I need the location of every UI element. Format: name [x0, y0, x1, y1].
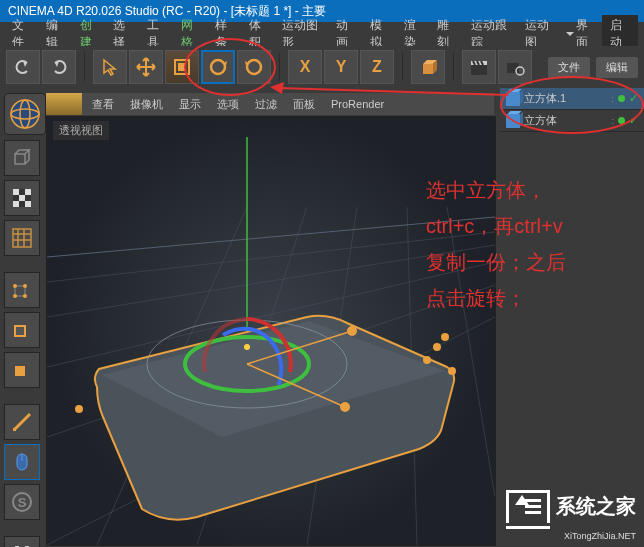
vp-tab-filter[interactable]: 过滤: [247, 97, 285, 112]
axis-z-button[interactable]: Z: [360, 50, 394, 84]
left-toolbar-nav: [4, 93, 44, 137]
poly-mode-button[interactable]: [4, 352, 40, 388]
clapper-gear-icon: [505, 57, 525, 77]
axis-y-icon: Y: [336, 58, 347, 76]
clapper-icon: [469, 57, 489, 77]
undo-icon: [13, 57, 33, 77]
grid-icon: [10, 226, 34, 250]
svg-rect-13: [25, 189, 31, 195]
toolbar-divider: [453, 53, 454, 81]
axis-mode-button[interactable]: [4, 404, 40, 440]
viewport-icon-gold[interactable]: [46, 93, 82, 115]
svg-point-18: [13, 284, 17, 288]
svg-rect-12: [13, 189, 19, 195]
model-mode-button[interactable]: [4, 140, 40, 176]
vp-tab-view[interactable]: 查看: [84, 97, 122, 112]
redo-button[interactable]: [42, 50, 76, 84]
cube-wire-icon: [10, 146, 34, 170]
render-clapper-button[interactable]: [462, 50, 496, 84]
svg-line-29: [47, 232, 495, 282]
hierarchy-item-cube[interactable]: 立方体 : ✓: [500, 110, 644, 132]
cube-icon: [506, 92, 520, 106]
axis-y-button[interactable]: Y: [324, 50, 358, 84]
point-mode-button[interactable]: [4, 272, 40, 308]
svg-point-2: [211, 60, 225, 74]
svg-point-47: [340, 402, 350, 412]
undo-button[interactable]: [6, 50, 40, 84]
cursor-mode-button[interactable]: [4, 444, 40, 480]
svg-text:S: S: [18, 495, 27, 510]
move-tool-button[interactable]: [129, 50, 163, 84]
main-toolbar: X Y Z 文件 编辑: [0, 46, 644, 88]
vp-tab-display[interactable]: 显示: [171, 97, 209, 112]
svg-rect-17: [13, 229, 31, 247]
svg-point-46: [347, 326, 357, 336]
vp-tab-options[interactable]: 选项: [209, 97, 247, 112]
visibility-dot-icon[interactable]: [618, 117, 625, 124]
hierarchy-item-label: 立方体: [524, 113, 557, 128]
svg-point-20: [13, 294, 17, 298]
svg-point-3: [247, 60, 261, 74]
enable-check-icon[interactable]: ✓: [629, 114, 638, 127]
toolbar-divider: [84, 53, 85, 81]
snap-mode-button[interactable]: S: [4, 484, 40, 520]
svg-point-43: [244, 344, 250, 350]
poly-mode-icon: [10, 358, 34, 382]
vp-tab-prorender[interactable]: ProRender: [323, 98, 392, 110]
axis-x-button[interactable]: X: [288, 50, 322, 84]
visibility-dot-icon[interactable]: [618, 95, 625, 102]
svg-line-39: [47, 217, 495, 257]
cursor-tool-button[interactable]: [93, 50, 127, 84]
snap-s-icon: S: [10, 490, 34, 514]
svg-rect-4: [471, 65, 487, 75]
svg-line-38: [447, 207, 495, 497]
hierarchy-item-cube-1[interactable]: 立方体.1 : ✓: [500, 88, 644, 110]
cube-icon: [506, 114, 520, 128]
toolbar-divider: [402, 53, 403, 81]
toolbar-divider: [279, 53, 280, 81]
magnet-button[interactable]: [4, 536, 40, 547]
svg-point-52: [441, 333, 449, 341]
rotate-alt-icon: [243, 56, 265, 78]
dots-icon: :: [611, 116, 614, 126]
svg-point-21: [23, 294, 27, 298]
axis-z-icon: Z: [372, 58, 382, 76]
enable-check-icon[interactable]: ✓: [629, 92, 638, 105]
svg-rect-15: [13, 201, 19, 207]
edit-pill[interactable]: 编辑: [596, 57, 638, 78]
viewport-scene: [47, 117, 495, 545]
vp-tab-camera[interactable]: 摄像机: [122, 97, 171, 112]
menubar: 文件 编辑 创建 选择 工具 网格 样条 体积 运动图形 动画 模拟 渲染 雕刻…: [0, 22, 644, 46]
file-pill[interactable]: 文件: [548, 57, 590, 78]
svg-point-48: [75, 405, 83, 413]
mouse-icon: [10, 450, 34, 474]
redo-icon: [49, 57, 69, 77]
magnet-icon: [10, 542, 34, 547]
globe-button[interactable]: [4, 93, 46, 135]
point-mode-icon: [10, 278, 34, 302]
svg-point-51: [433, 343, 441, 351]
svg-point-19: [23, 284, 27, 288]
rotate-tool-button[interactable]: [201, 50, 235, 84]
render-settings-button[interactable]: [498, 50, 532, 84]
object-hierarchy-panel: 立方体.1 : ✓ 立方体 : ✓: [500, 88, 644, 544]
svg-point-50: [423, 356, 431, 364]
last-tool-button[interactable]: [237, 50, 271, 84]
viewport-header: 查看 摄像机 显示 选项 过滤 面板 ProRender: [46, 93, 494, 115]
vp-tab-panel[interactable]: 面板: [285, 97, 323, 112]
axis-x-icon: X: [300, 58, 311, 76]
svg-rect-1: [178, 63, 186, 71]
right-pill-bar: 文件 编辑: [548, 57, 638, 78]
hierarchy-item-label: 立方体.1: [524, 91, 566, 106]
texture-mode-button[interactable]: [4, 180, 40, 216]
edge-mode-button[interactable]: [4, 312, 40, 348]
left-toolbar-tools: S: [4, 140, 44, 547]
svg-rect-14: [19, 195, 25, 201]
viewport-3d[interactable]: 透视视图: [46, 116, 496, 546]
cube-primitive-button[interactable]: [411, 50, 445, 84]
grid-mode-button[interactable]: [4, 220, 40, 256]
move-icon: [135, 56, 157, 78]
viewport-label: 透视视图: [53, 121, 109, 140]
globe-icon: [8, 97, 42, 131]
scale-tool-button[interactable]: [165, 50, 199, 84]
